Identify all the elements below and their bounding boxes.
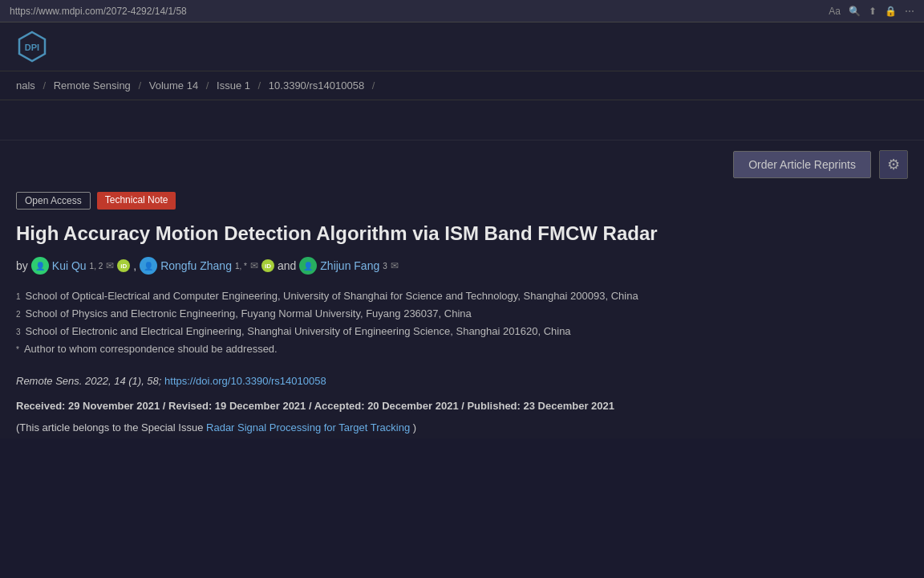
author-2-orcid-icon[interactable]: iD [261,259,274,272]
citation-year: 2022, [85,375,114,387]
special-issue-suffix: ) [413,421,416,434]
affiliation-correspondence: * Author to whom correspondence should b… [16,340,908,358]
article-badges: Open Access Technical Note [0,189,924,213]
author-link-3[interactable]: Zhijun Fang [320,259,379,272]
article-controls: Order Article Reprints ⚙ [0,140,924,189]
gear-icon: ⚙ [887,156,900,173]
author-1-orcid-icon[interactable]: iD [117,259,130,272]
breadcrumb-nals[interactable]: nals [16,79,35,92]
author-avatar-2: 👤 [140,257,157,275]
author-link-1[interactable]: Kui Qu [52,259,87,272]
author-1-superscript: 1, 2 [90,262,103,271]
share-icon[interactable]: ⬆ [869,6,877,17]
authors-prefix: by [16,259,28,272]
extensions-icon[interactable]: ⋯ [905,6,914,17]
order-reprints-button[interactable]: Order Article Reprints [733,151,871,178]
bookmark-icon[interactable]: 🔒 [885,6,897,17]
author-avatar-3: 👤 [299,257,317,275]
citation-issue-page: (1), 58; [128,375,164,387]
browser-bar: https://www.mdpi.com/2072-4292/14/1/58 A… [0,0,924,22]
special-issue-prefix: (This article belongs to the Special Iss… [16,421,203,434]
affiliation-2: 2 School of Physics and Electronic Engin… [16,305,908,323]
article-title: High Accuracy Motion Detection Algorithm… [0,213,924,252]
technical-note-badge: Technical Note [97,192,176,210]
author-3-email-icon[interactable]: ✉ [391,260,399,271]
special-issue-section: (This article belongs to the Special Iss… [0,417,924,438]
citation-section: Remote Sens. 2022, 14 (1), 58; https://d… [0,367,924,395]
affiliation-1: 1 School of Optical-Electrical and Compu… [16,287,908,305]
breadcrumb: nals / Remote Sensing / Volume 14 / Issu… [0,71,924,100]
page-content: DPI nals / Remote Sensing / Volume 14 / … [0,22,924,438]
citation-journal: Remote Sens. [16,375,82,387]
site-header: DPI [0,22,924,71]
breadcrumb-remote-sensing[interactable]: Remote Sensing [54,79,131,92]
author-link-2[interactable]: Rongfu Zhang [160,259,232,272]
search-icon[interactable]: 🔍 [849,6,861,17]
author-2-superscript: 1, * [235,262,247,271]
open-access-badge: Open Access [16,192,91,210]
breadcrumb-issue[interactable]: Issue 1 [217,79,250,92]
gear-button[interactable]: ⚙ [879,150,908,179]
author-2-email-icon[interactable]: ✉ [250,260,258,271]
dates-section: Received: 29 November 2021 / Revised: 19… [0,395,924,417]
mdpi-logo[interactable]: DPI [16,31,48,63]
reader-icon[interactable]: Aa [829,6,841,17]
author-3-superscript: 3 [383,262,387,271]
author-1-email-icon[interactable]: ✉ [106,260,114,271]
banner-area [0,100,924,140]
url-bar: https://www.mdpi.com/2072-4292/14/1/58 [10,6,822,17]
special-issue-link[interactable]: Radar Signal Processing for Target Track… [206,421,410,434]
affiliations-section: 1 School of Optical-Electrical and Compu… [0,279,924,366]
citation-doi-link[interactable]: https://doi.org/10.3390/rs14010058 [164,375,326,387]
affiliation-3: 3 School of Electronic and Electrical En… [16,323,908,340]
svg-text:DPI: DPI [25,43,39,52]
author-avatar-1: 👤 [31,257,49,275]
authors-section: by 👤 Kui Qu 1, 2 ✉ iD , 👤 Rongfu Zhang 1… [0,252,924,279]
breadcrumb-doi[interactable]: 10.3390/rs14010058 [269,79,364,92]
breadcrumb-volume[interactable]: Volume 14 [149,79,198,92]
citation-volume: 14 [114,375,125,387]
browser-icons: Aa 🔍 ⬆ 🔒 ⋯ [829,6,914,17]
